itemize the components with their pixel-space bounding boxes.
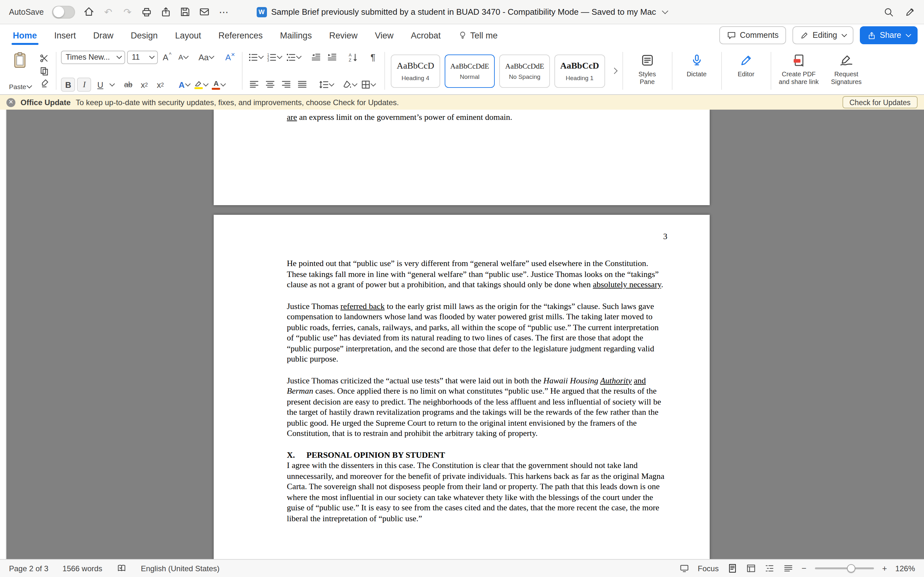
sort-button[interactable]: AZ: [346, 50, 360, 64]
change-case-button[interactable]: Aa: [197, 50, 215, 64]
chevron-down-icon: [352, 81, 357, 86]
tab-mailings[interactable]: Mailings: [280, 24, 312, 46]
style-card-no-spacing[interactable]: AaBbCcDdE No Spacing: [499, 54, 550, 87]
tab-review[interactable]: Review: [329, 24, 358, 46]
redo-icon[interactable]: ↷: [122, 6, 133, 17]
zoom-in-button[interactable]: +: [882, 564, 887, 573]
underline-button[interactable]: U: [94, 77, 107, 92]
shading-button[interactable]: [342, 77, 358, 92]
style-card-heading4[interactable]: AaBbCcD Heading 4: [391, 54, 440, 87]
more-icon[interactable]: ⋯: [218, 6, 229, 17]
close-icon[interactable]: ✕: [6, 98, 15, 107]
highlight-color-button[interactable]: [193, 77, 209, 92]
document-heading[interactable]: X.PERSONAL OPINION BY STUDENT: [287, 450, 667, 460]
tab-acrobat[interactable]: Acrobat: [411, 24, 441, 46]
save-icon[interactable]: [180, 6, 191, 17]
styles-pane-button[interactable]: StylesPane: [627, 50, 667, 92]
export-icon[interactable]: [160, 6, 171, 17]
request-signatures-button[interactable]: RequestSignatures: [827, 50, 866, 92]
bullets-button[interactable]: [247, 50, 264, 64]
view-print-layout-icon[interactable]: [727, 563, 737, 574]
page-indicator[interactable]: Page 2 of 3: [9, 564, 48, 573]
strikethrough-button[interactable]: ab: [121, 77, 136, 92]
gallery-expand-icon[interactable]: [609, 69, 616, 73]
tab-tell-me[interactable]: Tell me: [458, 24, 498, 46]
font-size-select[interactable]: 11: [128, 50, 158, 64]
tab-layout[interactable]: Layout: [175, 24, 201, 46]
tab-insert[interactable]: Insert: [54, 24, 76, 46]
chevron-down-icon: [906, 32, 911, 37]
title-chevron-down-icon[interactable]: [662, 8, 669, 14]
chevron-down-icon[interactable]: [110, 81, 115, 86]
grow-font-button[interactable]: A^: [160, 50, 174, 64]
subscript-button[interactable]: x2: [137, 77, 152, 92]
font-name-select[interactable]: Times New...: [61, 50, 126, 64]
create-pdf-button[interactable]: Create PDFand share link: [775, 50, 822, 92]
show-formatting-marks-button[interactable]: ¶: [366, 50, 380, 64]
document-paragraph[interactable]: Justice Thomas referred back to the earl…: [287, 301, 667, 364]
italic-button[interactable]: I: [78, 77, 91, 92]
check-for-updates-button[interactable]: Check for Updates: [843, 96, 918, 108]
word-count[interactable]: 1566 words: [63, 564, 102, 573]
zoom-percent[interactable]: 126%: [895, 564, 915, 573]
page-2-partial[interactable]: are an express limit on the government’s…: [214, 110, 710, 205]
home-icon[interactable]: [83, 6, 94, 17]
mail-icon[interactable]: [199, 6, 210, 17]
zoom-slider[interactable]: [814, 567, 874, 569]
bold-button[interactable]: B: [61, 77, 75, 92]
text-run: X.: [287, 450, 295, 459]
view-outline-icon[interactable]: [764, 563, 774, 574]
document-paragraph[interactable]: I agree with the dissenters in this case…: [287, 460, 667, 524]
chevron-down-icon: [842, 32, 846, 37]
language-indicator[interactable]: English (United States): [141, 564, 220, 573]
autosave-toggle[interactable]: [52, 5, 75, 18]
tab-home[interactable]: Home: [13, 24, 37, 46]
zoom-out-button[interactable]: −: [801, 564, 806, 573]
view-web-layout-icon[interactable]: [746, 563, 756, 574]
font-color-button[interactable]: A: [211, 77, 226, 92]
numbering-button[interactable]: 123: [266, 50, 283, 64]
pencil-icon[interactable]: [904, 6, 915, 17]
copy-button[interactable]: [37, 64, 52, 77]
tab-view[interactable]: View: [375, 24, 393, 46]
share-button[interactable]: Share: [860, 26, 918, 44]
editing-mode-button[interactable]: Editing: [793, 26, 853, 44]
paste-button[interactable]: Paste: [6, 50, 34, 92]
focus-icon[interactable]: [679, 563, 690, 574]
style-card-normal[interactable]: AaBbCcDdE Normal: [444, 54, 495, 87]
borders-button[interactable]: [360, 77, 376, 92]
shrink-font-button[interactable]: A: [176, 50, 190, 64]
superscript-button[interactable]: x2: [153, 77, 168, 92]
tab-design[interactable]: Design: [131, 24, 158, 46]
justify-button[interactable]: [295, 77, 309, 92]
tab-draw[interactable]: Draw: [94, 24, 113, 46]
align-center-button[interactable]: [263, 77, 277, 92]
text-effects-button[interactable]: A: [177, 77, 191, 92]
view-draft-icon[interactable]: [783, 563, 793, 574]
page-3[interactable]: 3 He pointed out that “public use” is ve…: [214, 215, 710, 559]
proofing-status-icon[interactable]: [116, 563, 127, 574]
search-icon[interactable]: [883, 6, 894, 17]
dictate-button[interactable]: Dictate: [677, 50, 716, 92]
align-left-button[interactable]: [247, 77, 261, 92]
document-paragraph[interactable]: Justice Thomas criticized the “actual us…: [287, 376, 667, 439]
decrease-indent-button[interactable]: [309, 50, 323, 64]
multilevel-list-button[interactable]: [285, 50, 302, 64]
zoom-slider-thumb[interactable]: [847, 564, 856, 572]
comments-button[interactable]: Comments: [719, 26, 787, 44]
format-painter-button[interactable]: [37, 77, 52, 90]
print-icon[interactable]: [141, 6, 152, 17]
focus-label[interactable]: Focus: [698, 564, 719, 573]
status-bar: Page 2 of 3 1566 words English (United S…: [0, 559, 924, 577]
style-card-heading1[interactable]: AaBbCcD Heading 1: [554, 54, 605, 87]
document-paragraph[interactable]: He pointed out that “public use” is very…: [287, 258, 667, 290]
line-spacing-button[interactable]: [318, 77, 334, 92]
align-right-button[interactable]: [279, 77, 293, 92]
undo-icon[interactable]: ↶: [103, 6, 113, 17]
increase-indent-button[interactable]: [325, 50, 339, 64]
clear-formatting-button[interactable]: A✕: [223, 50, 237, 64]
editor-button[interactable]: Editor: [726, 50, 766, 92]
tab-references[interactable]: References: [218, 24, 263, 46]
text-run: Authority: [600, 376, 632, 385]
cut-button[interactable]: [37, 52, 52, 64]
